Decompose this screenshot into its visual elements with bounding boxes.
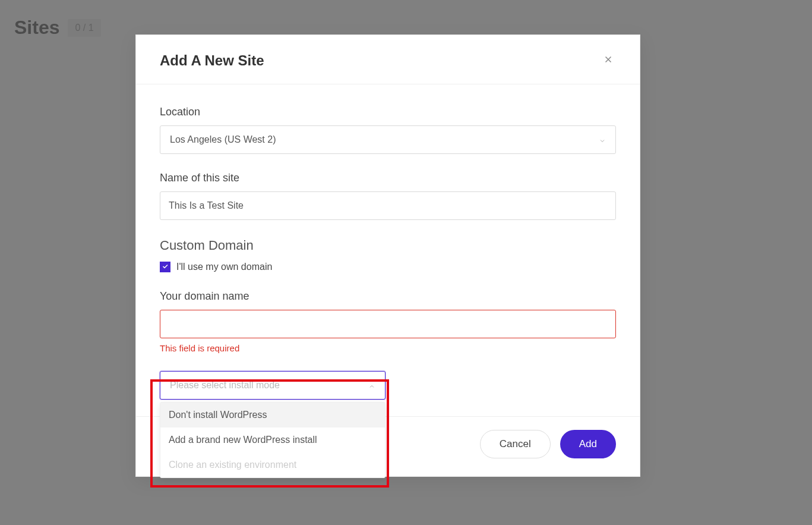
own-domain-checkbox-row[interactable]: I'll use my own domain: [160, 262, 616, 272]
modal-body: Location Los Angeles (US West 2) Name of…: [136, 84, 640, 416]
install-mode-option[interactable]: Don't install WordPress: [160, 403, 385, 427]
own-domain-checkbox[interactable]: [160, 262, 170, 272]
domain-name-group: Your domain name This field is required: [160, 290, 616, 353]
custom-domain-section-label: Custom Domain: [160, 238, 616, 253]
domain-name-label: Your domain name: [160, 290, 616, 303]
add-button[interactable]: Add: [560, 430, 616, 458]
own-domain-checkbox-label: I'll use my own domain: [176, 262, 272, 272]
modal-header: Add A New Site: [136, 35, 640, 84]
domain-name-input[interactable]: [160, 310, 616, 338]
chevron-down-icon: [599, 136, 606, 143]
cancel-button[interactable]: Cancel: [480, 430, 551, 458]
location-value: Los Angeles (US West 2): [170, 134, 276, 145]
domain-name-error: This field is required: [160, 343, 616, 353]
install-mode-option: Clone an existing environment: [160, 452, 385, 477]
close-icon: [603, 53, 614, 68]
add-site-modal: Add A New Site Location Los Angeles (US …: [135, 34, 640, 477]
site-name-group: Name of this site: [160, 172, 616, 220]
install-mode-placeholder: Please select install mode: [170, 380, 280, 391]
location-group: Location Los Angeles (US West 2): [160, 106, 616, 154]
custom-domain-group: Custom Domain I'll use my own domain: [160, 238, 616, 272]
close-button[interactable]: [601, 52, 616, 70]
modal-title: Add A New Site: [160, 52, 264, 69]
install-mode-dropdown: Don't install WordPress Add a brand new …: [160, 402, 386, 478]
location-label: Location: [160, 106, 616, 118]
site-name-input[interactable]: [160, 191, 616, 220]
install-mode-option[interactable]: Add a brand new WordPress install: [160, 427, 385, 452]
chevron-up-icon: [368, 382, 375, 389]
check-icon: [162, 262, 169, 272]
install-mode-area: Please select install mode Don't install…: [160, 371, 386, 400]
install-mode-select[interactable]: Please select install mode: [160, 371, 386, 400]
location-select[interactable]: Los Angeles (US West 2): [160, 125, 616, 154]
site-name-label: Name of this site: [160, 172, 616, 184]
